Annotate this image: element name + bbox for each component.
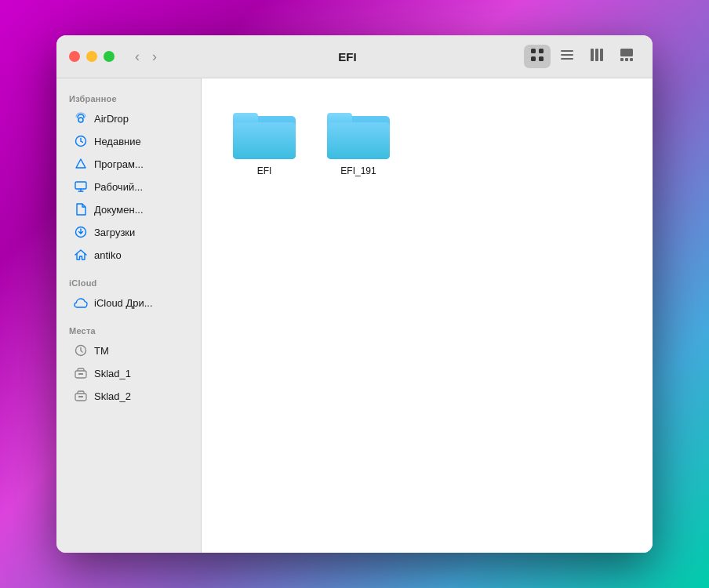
downloads-label: Загрузки xyxy=(94,227,135,238)
sidebar: Избранное AirDrop xyxy=(56,78,202,553)
places-section-label: Места xyxy=(56,320,201,339)
file-area: EFI xyxy=(202,78,653,553)
airdrop-label: AirDrop xyxy=(94,113,129,125)
sidebar-item-docs[interactable]: Докумен... xyxy=(61,198,196,220)
svg-rect-16 xyxy=(75,182,86,189)
tm-label: ТМ xyxy=(94,345,109,357)
svg-rect-13 xyxy=(630,58,633,61)
svg-rect-28 xyxy=(327,122,390,159)
main-content: Избранное AirDrop xyxy=(56,78,653,553)
back-button[interactable]: ‹ xyxy=(130,47,144,67)
svg-rect-2 xyxy=(531,56,536,61)
svg-rect-1 xyxy=(539,49,544,53)
grid-view-button[interactable] xyxy=(524,45,551,68)
airdrop-icon xyxy=(74,111,88,125)
svg-rect-25 xyxy=(233,122,296,159)
sidebar-item-recent[interactable]: Недавние xyxy=(61,130,196,152)
svg-rect-8 xyxy=(595,49,598,61)
svg-rect-9 xyxy=(600,49,603,61)
desktop-label: Рабочий... xyxy=(94,181,143,193)
recent-label: Недавние xyxy=(94,136,141,147)
folder-efi[interactable]: EFI xyxy=(225,102,304,183)
svg-rect-6 xyxy=(561,58,573,60)
sklad2-icon xyxy=(74,389,88,403)
svg-rect-20 xyxy=(78,373,83,375)
column-view-button[interactable] xyxy=(584,45,610,68)
gallery-view-button[interactable] xyxy=(613,45,640,68)
desktop-icon xyxy=(74,180,88,194)
sidebar-item-tm[interactable]: ТМ xyxy=(61,339,196,361)
home-icon xyxy=(74,248,88,262)
sklad1-label: Sklad_1 xyxy=(94,368,131,379)
sidebar-item-sklad2[interactable]: Sklad_2 xyxy=(61,385,196,407)
sklad2-label: Sklad_2 xyxy=(94,390,131,402)
folder-efi191-label: EFI_191 xyxy=(340,165,376,176)
list-view-button[interactable] xyxy=(554,45,580,68)
close-button[interactable] xyxy=(69,51,80,62)
finder-window: ‹ › EFI xyxy=(56,35,653,553)
svg-rect-5 xyxy=(561,54,573,56)
docs-icon xyxy=(74,202,88,216)
svg-rect-12 xyxy=(625,58,628,61)
home-label: antiko xyxy=(94,249,122,261)
sidebar-item-airdrop[interactable]: AirDrop xyxy=(61,107,196,129)
sidebar-item-sklad1[interactable]: Sklad_1 xyxy=(61,362,196,384)
folder-efi-icon xyxy=(233,108,296,159)
maximize-button[interactable] xyxy=(104,51,115,62)
minimize-button[interactable] xyxy=(86,51,97,62)
forward-button[interactable]: › xyxy=(147,47,162,67)
folder-efi-label: EFI xyxy=(257,165,272,176)
svg-point-14 xyxy=(78,118,83,122)
svg-rect-7 xyxy=(591,49,594,61)
traffic-lights xyxy=(69,51,115,62)
docs-label: Докумен... xyxy=(94,204,144,216)
view-controls xyxy=(524,45,640,68)
apps-label: Програм... xyxy=(94,158,144,170)
sklad1-icon xyxy=(74,366,88,380)
sidebar-item-desktop[interactable]: Рабочий... xyxy=(61,176,196,198)
icloud-section-label: iCloud xyxy=(56,272,201,291)
svg-rect-3 xyxy=(539,56,544,61)
titlebar: ‹ › EFI xyxy=(56,35,653,78)
svg-rect-0 xyxy=(531,49,536,53)
sidebar-item-home[interactable]: antiko xyxy=(61,244,196,266)
sidebar-item-apps[interactable]: Програм... xyxy=(61,153,196,175)
svg-rect-22 xyxy=(78,396,83,397)
window-title: EFI xyxy=(171,50,524,64)
sidebar-item-icloud-drive[interactable]: iCloud Дри... xyxy=(61,292,196,314)
svg-rect-4 xyxy=(561,50,573,52)
svg-rect-10 xyxy=(620,49,633,56)
tm-icon xyxy=(74,343,88,358)
icloud-icon xyxy=(74,296,88,310)
sidebar-item-downloads[interactable]: Загрузки xyxy=(61,221,196,243)
downloads-icon xyxy=(74,225,88,239)
icloud-drive-label: iCloud Дри... xyxy=(94,297,153,309)
svg-rect-11 xyxy=(620,58,624,61)
folder-efi191[interactable]: EFI_191 xyxy=(319,102,398,183)
recent-icon xyxy=(74,134,88,148)
folder-efi191-icon xyxy=(327,108,390,159)
apps-icon xyxy=(74,157,88,171)
favorites-section-label: Избранное xyxy=(56,88,201,107)
nav-buttons: ‹ › xyxy=(130,47,162,67)
